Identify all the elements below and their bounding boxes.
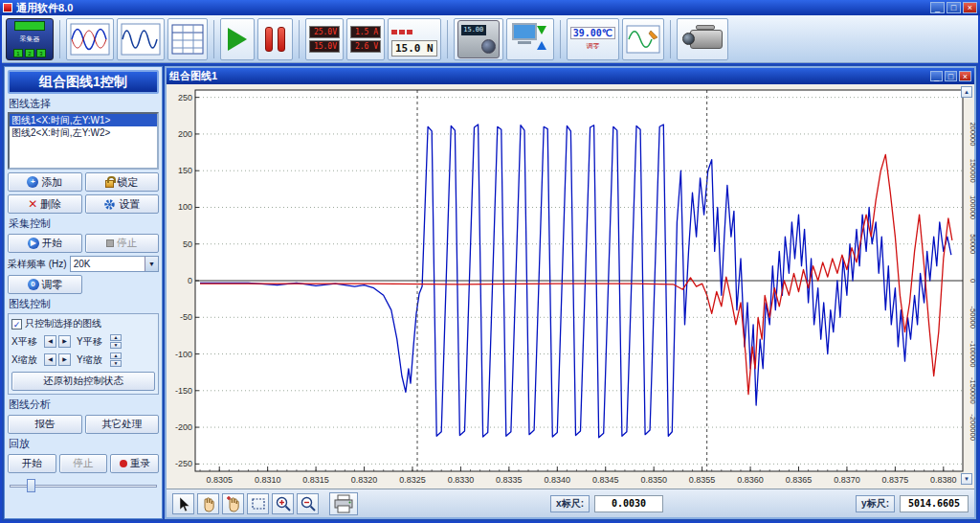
graph-line-item[interactable]: 图线2<X:时间,左Y:W2> <box>10 126 157 139</box>
hand-move-icon <box>225 495 242 512</box>
sensor-device-button[interactable]: 15.00 <box>454 18 503 60</box>
control-panel: 组合图线1控制 图线选择 图线1<X:时间,左Y:W1>图线2<X:时间,左Y:… <box>4 66 163 519</box>
slider-thumb[interactable] <box>27 479 35 492</box>
pointer-tool-button[interactable] <box>172 493 194 514</box>
waveform2-icon <box>121 23 161 56</box>
add-button[interactable]: + 添加 <box>8 172 82 192</box>
right-axis-scroll-down-button[interactable]: ▼ <box>961 473 972 485</box>
only-selected-row: ✓ 只控制选择的图线 <box>11 317 155 330</box>
svg-text:-200000: -200000 <box>969 414 976 441</box>
collector-device-button[interactable]: 采集器 1 2 3 <box>6 18 54 60</box>
waveform-view2-button[interactable] <box>117 18 165 60</box>
pointer-icon <box>175 495 192 512</box>
only-selected-checkbox[interactable]: ✓ <box>11 319 22 330</box>
zoom-box-tool-button[interactable] <box>247 493 269 514</box>
y-pan-down-button[interactable]: ▼ <box>110 342 122 349</box>
x-zoom-out-button[interactable]: ◀ <box>44 353 56 366</box>
y-pan-up-button[interactable]: ▲ <box>110 334 122 341</box>
chart-window-titlebar[interactable]: 组合图线1 _ □ × <box>167 68 974 84</box>
waveform-edit-button[interactable] <box>622 18 664 60</box>
restore-initial-button[interactable]: 还原初始控制状态 <box>11 372 155 391</box>
port-3: 3 <box>36 49 46 57</box>
lock-button[interactable]: 锁定 <box>85 172 160 192</box>
chart-maximize-button[interactable]: □ <box>945 71 957 81</box>
start-acquisition-button[interactable] <box>220 18 255 60</box>
graph-line-listbox[interactable]: 图线1<X:时间,左Y:W1>图线2<X:时间,左Y:W2> <box>8 112 159 170</box>
x-zoom-in-button[interactable]: ▶ <box>58 353 71 366</box>
minimize-button[interactable]: _ <box>930 2 945 13</box>
chart-window-title: 组合图线1 <box>169 69 928 83</box>
graph-line-item[interactable]: 图线1<X:时间,左Y:W1> <box>10 114 157 126</box>
record-icon <box>120 460 127 467</box>
svg-text:-200: -200 <box>175 422 192 432</box>
playback-stop-button[interactable]: 停止 <box>59 454 108 473</box>
y-zoom-down-button[interactable]: ▼ <box>110 360 122 367</box>
playback-slider[interactable] <box>10 478 157 493</box>
svg-text:0.8330: 0.8330 <box>448 475 475 485</box>
sensor-icon: 15.00 <box>457 20 500 58</box>
pan-hand-tool-button[interactable] <box>197 493 219 514</box>
temperature-meter-button[interactable]: 39.00℃ 调零 <box>567 18 619 60</box>
settings-button[interactable]: 设置 <box>85 194 160 214</box>
voltage-bottom-readout: 15.0V <box>309 40 340 53</box>
zoom-out-button[interactable] <box>297 493 319 514</box>
maximize-button[interactable]: □ <box>947 2 961 13</box>
sample-rate-select[interactable]: 20K ▼ <box>70 256 159 272</box>
plot-canvas[interactable]: 0.83050.83100.83150.83200.83250.83300.83… <box>167 84 976 493</box>
report-button[interactable]: 报告 <box>8 415 82 434</box>
force-meter-button[interactable]: 15.0 N <box>388 18 441 60</box>
y-zoom-up-button[interactable]: ▲ <box>110 352 122 359</box>
acq-stop-button[interactable]: 停止 <box>85 234 160 253</box>
app-window: 通用软件8.0 _ □ × 采集器 1 2 3 <box>0 0 980 523</box>
sample-rate-value: 20K <box>71 257 145 271</box>
y-ruler-label[interactable]: y标尺: <box>856 495 895 512</box>
zero-adjust-button[interactable]: 0 调零 <box>8 275 82 294</box>
video-capture-button[interactable] <box>677 18 728 60</box>
zoom-in-icon <box>275 495 292 512</box>
toolbar-separator <box>447 20 448 58</box>
app-titlebar[interactable]: 通用软件8.0 _ □ × <box>0 0 980 15</box>
chart-minimize-button[interactable]: _ <box>930 71 943 81</box>
graph-control-group: ✓ 只控制选择的图线 X平移 ◀ ▶ Y平移 ▲ ▼ X缩放 ◀ ▶ <box>8 313 159 395</box>
app-logo-icon <box>3 3 12 12</box>
data-table-button[interactable] <box>167 18 208 60</box>
print-button[interactable] <box>329 492 358 515</box>
close-button[interactable]: × <box>963 2 977 13</box>
svg-text:0: 0 <box>969 279 976 283</box>
playback-start-button[interactable]: 开始 <box>8 454 56 473</box>
chart-close-button[interactable]: × <box>959 71 971 81</box>
x-pan-left-button[interactable]: ◀ <box>44 335 56 348</box>
pause-icon <box>261 27 289 52</box>
svg-text:50: 50 <box>183 239 192 249</box>
acq-start-button[interactable]: ▶ 开始 <box>8 234 82 253</box>
pan-row: X平移 ◀ ▶ Y平移 ▲ ▼ <box>11 334 155 349</box>
grab-move-tool-button[interactable] <box>222 493 244 514</box>
current-meter-button[interactable]: 1.5 A 2.6 V <box>346 18 385 60</box>
y-ruler-value: 5014.6605 <box>900 495 969 512</box>
x-tick-labels: 0.83050.83100.83150.83200.83250.83300.83… <box>206 475 956 485</box>
rerecord-button[interactable]: 重录 <box>110 454 159 473</box>
svg-text:0.8370: 0.8370 <box>834 475 860 485</box>
data-transfer-button[interactable] <box>506 18 554 60</box>
right-axis-scroll-up-button[interactable]: ▲ <box>961 86 972 98</box>
delete-button[interactable]: ✕ 删除 <box>8 194 82 214</box>
restore-label: 还原初始控制状态 <box>43 375 123 388</box>
y-pan-spinner: ▲ ▼ <box>110 334 122 349</box>
pc-transfer-icon <box>510 20 550 58</box>
x-ruler-label[interactable]: x标尺: <box>550 495 590 512</box>
temperature-readout: 39.00℃ <box>570 27 615 39</box>
pause-acquisition-button[interactable] <box>257 18 293 60</box>
chart-window: 组合图线1 _ □ × 0.83050.83100.83150.83200.83… <box>165 66 976 519</box>
gear-icon <box>103 198 116 211</box>
svg-text:200: 200 <box>178 129 192 139</box>
svg-text:0.8325: 0.8325 <box>399 475 426 485</box>
zoom-in-button[interactable] <box>272 493 294 514</box>
dropdown-arrow-icon[interactable]: ▼ <box>145 257 158 271</box>
toolbar-separator <box>299 20 300 58</box>
other-processing-button[interactable]: 其它处理 <box>85 415 160 434</box>
x-pan-right-button[interactable]: ▶ <box>58 335 71 348</box>
stop-icon <box>106 239 114 247</box>
waveform-view-button[interactable] <box>66 18 114 60</box>
svg-text:0.8365: 0.8365 <box>786 475 813 485</box>
voltage-meter-button[interactable]: 25.0V 15.0V <box>305 18 344 60</box>
